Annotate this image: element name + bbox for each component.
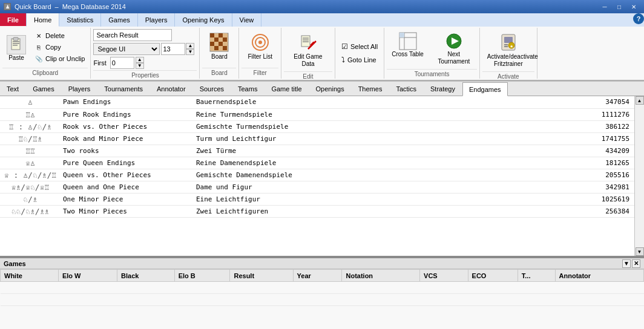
tab-games-content[interactable]: Games [26, 82, 61, 96]
tab-view[interactable]: View [232, 13, 262, 27]
first-label: First [93, 59, 106, 67]
svg-rect-2 [13, 41, 19, 42]
tab-file[interactable]: File [0, 13, 27, 27]
close-button[interactable]: ✕ [627, 2, 640, 11]
restore-button[interactable]: □ [613, 2, 626, 11]
tab-tactics[interactable]: Tactics [389, 82, 423, 96]
search-result-input[interactable] [93, 29, 172, 41]
edit-game-label: Edit Game Data [290, 53, 326, 68]
ribbon-content: Paste ✕ Delete ⎘ Copy 📎 Clip or Unclip [0, 27, 644, 81]
endgames-row[interactable]: ♘♘/♘♗/♗♗ Two Minor Pieces Zwei Leichtfig… [0, 205, 644, 217]
endgames-row[interactable]: ♙ Pawn Endings Bauernendspiele 347054 [0, 96, 644, 108]
endgames-data-table: ♙ Pawn Endings Bauernendspiele 347054 ♖♙… [0, 96, 644, 218]
font-size-spinner[interactable]: ▲ ▼ [186, 43, 194, 55]
activate-fritztrainer-button[interactable]: ★ Activate/deactivate Fritztrainer [482, 29, 534, 70]
panel-close-button[interactable]: ✕ [632, 259, 640, 268]
tab-text[interactable]: Text [0, 82, 25, 96]
games-panel-title: Games [4, 260, 26, 267]
svg-rect-13 [223, 37, 227, 42]
first-value-input[interactable] [110, 57, 134, 69]
tab-tournaments-content[interactable]: Tournaments [97, 82, 150, 96]
tab-sources[interactable]: Sources [193, 82, 231, 96]
endgames-table[interactable]: ♙ Pawn Endings Bauernendspiele 347054 ♖♙… [0, 96, 644, 257]
copy-button[interactable]: ⎘ Copy [31, 42, 88, 53]
endgames-row[interactable]: ♖♖ Two rooks Zwei Türme 434209 [0, 145, 644, 157]
font-size-input[interactable] [161, 43, 185, 55]
spin-up-button[interactable]: ▲ [186, 43, 194, 49]
select-content: ☑ Select All ⤵ Goto Line [338, 29, 381, 77]
endgames-icon-cell: ♘/♗ [0, 193, 61, 205]
endgames-row[interactable]: ♕♗/♕♘/♕♖ Queen and One Piece Dame und Fi… [0, 181, 644, 193]
tournaments-label: Tournaments [387, 69, 477, 79]
scroll-up-button[interactable]: ▲ [636, 96, 644, 105]
select-group: ☑ Select All ⤵ Goto Line [335, 28, 384, 79]
endgames-row[interactable]: ♖♘/♖♗ Rook and Minor Piece Turm und Leic… [0, 132, 644, 145]
select-all-label: Select All [350, 43, 378, 50]
endgames-german-cell: Zwei Leichtfiguren [194, 205, 363, 217]
endgames-count-cell: 347054 [363, 96, 644, 108]
tab-strategy[interactable]: Strategy [424, 82, 462, 96]
paste-button[interactable]: Paste [2, 29, 30, 67]
cross-table-label: Cross Table [392, 51, 424, 58]
games-panel-controls: ▼ ✕ [622, 259, 640, 268]
cross-table-button[interactable]: Cross Table [387, 29, 429, 60]
tab-home[interactable]: Home [27, 13, 59, 27]
svg-rect-10 [210, 37, 214, 42]
board-button[interactable]: Board [202, 29, 236, 63]
tab-annotator[interactable]: Annotator [150, 82, 192, 96]
endgames-german-cell: Zwei Türme [194, 145, 363, 157]
file-title: Mega Database 2014 [62, 3, 126, 10]
tab-openings[interactable]: Openings [309, 82, 351, 96]
first-value-spinner[interactable]: ▲ ▼ [136, 57, 144, 69]
vertical-scrollbar[interactable]: ▲ ▼ [634, 96, 644, 256]
filter-content: Filter List [242, 29, 278, 67]
edit-game-data-button[interactable]: Edit Game Data [284, 29, 332, 70]
tab-endgames[interactable]: Endgames [462, 82, 508, 96]
edit-icon [297, 31, 319, 53]
clip-unclip-button[interactable]: 📎 Clip or Unclip [31, 53, 88, 64]
delete-button[interactable]: ✕ Delete [31, 30, 88, 41]
edit-content: Edit Game Data [284, 29, 332, 70]
first-spin-up[interactable]: ▲ [136, 57, 144, 63]
scroll-down-button[interactable]: ▼ [636, 247, 644, 256]
endgames-german-cell: Bauernendspiele [194, 96, 363, 108]
tab-statistics[interactable]: Statistics [59, 13, 101, 27]
tab-teams[interactable]: Teams [231, 82, 264, 96]
edit-group: Edit Game Data Edit [281, 28, 335, 79]
endgames-row[interactable]: ♖ : ♙/♘/♗ Rook vs. Other Pieces Gemischt… [0, 120, 644, 132]
goto-line-button[interactable]: ⤵ Goto Line [338, 54, 380, 65]
svg-rect-3 [13, 43, 19, 44]
endgames-row[interactable]: ♖♙ Pure Rook Endings Reine Turmendspiele… [0, 108, 644, 120]
font-row: Segoe UI ▲ ▼ [93, 43, 194, 55]
games-column-header: Black [117, 270, 175, 282]
svg-text:★: ★ [510, 44, 513, 48]
delete-label: Delete [45, 32, 65, 39]
ribbon: File Home Statistics Games Players Openi… [0, 13, 644, 82]
app-icon[interactable]: ♟ [4, 3, 11, 10]
spin-down-button[interactable]: ▼ [186, 49, 194, 55]
select-all-button[interactable]: ☑ Select All [338, 41, 381, 52]
svg-rect-6 [210, 33, 214, 37]
panel-dropdown-button[interactable]: ▼ [622, 259, 631, 268]
font-select[interactable]: Segoe UI [93, 43, 160, 55]
next-tournament-label: Next Tournament [436, 51, 472, 65]
tab-players[interactable]: Players [138, 13, 176, 27]
minimize-button[interactable]: ─ [598, 2, 611, 11]
filter-list-button[interactable]: Filter List [242, 29, 278, 63]
tab-game-title[interactable]: Game title [264, 82, 308, 96]
next-tournament-button[interactable]: Next Tournament [431, 29, 477, 68]
endgames-row[interactable]: ♘/♗ One Minor Piece Eine Leichtfigur 102… [0, 193, 644, 205]
tab-opening-keys[interactable]: Opening Keys [175, 13, 232, 27]
endgames-row[interactable]: ♕ : ♙/♘/♗/♖ Queen vs. Other Pieces Gemis… [0, 169, 644, 181]
endgames-icon-cell: ♘♘/♘♗/♗♗ [0, 205, 61, 217]
help-icon[interactable]: ? [633, 13, 644, 24]
title-bar-left: ♟ Quick Board – Mega Database 2014 [4, 3, 126, 10]
tab-games[interactable]: Games [101, 13, 137, 27]
svg-point-24 [258, 41, 262, 44]
endgames-row[interactable]: ♕♙ Pure Queen Endings Reine Damenendspie… [0, 157, 644, 169]
tab-themes[interactable]: Themes [352, 82, 389, 96]
first-spin-down[interactable]: ▼ [136, 63, 144, 69]
tab-players-content[interactable]: Players [62, 82, 97, 96]
title-bar: ♟ Quick Board – Mega Database 2014 ─ □ ✕ [0, 0, 644, 13]
games-column-header: Elo B [174, 270, 230, 282]
